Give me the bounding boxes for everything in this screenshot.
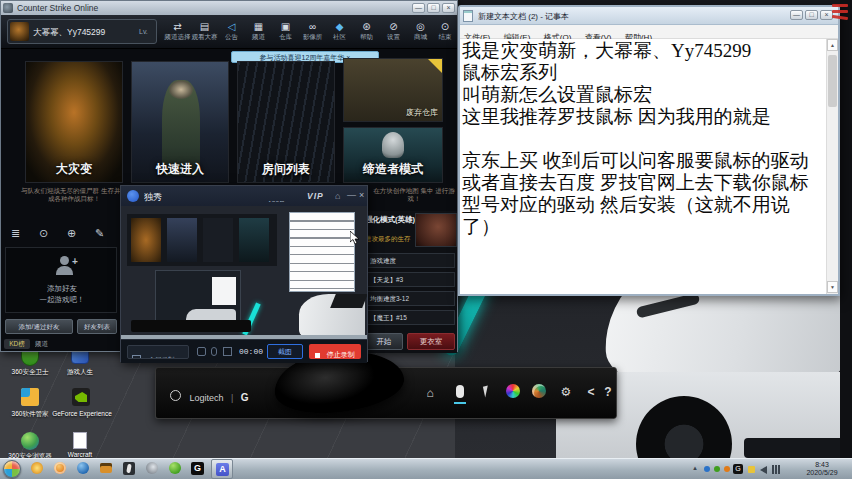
scroll-thumb[interactable] [828, 55, 837, 107]
tray-expand-arrow[interactable]: ▴ [690, 464, 700, 472]
tray-icon-orange[interactable] [724, 466, 730, 472]
scroll-down-arrow[interactable]: ▼ [827, 281, 838, 293]
taskbar-icon-recorder[interactable] [51, 461, 69, 477]
logitech-brand: Logitech | G [170, 387, 280, 401]
taskbar-icon-toolbox[interactable] [97, 461, 115, 477]
mode-row-balanced[interactable]: 均衡难度3-12 [365, 291, 455, 306]
network-icon[interactable] [772, 465, 782, 474]
nav-channel-select[interactable]: ⇄ 频道选择 [164, 21, 191, 41]
recorder-close-button[interactable]: × [359, 190, 364, 200]
vip-badge[interactable]: VIP [307, 191, 324, 201]
player-level: Lv. [139, 28, 148, 35]
home-icon[interactable]: ⌂ [422, 386, 438, 400]
webcam-toggle-icon[interactable] [197, 347, 206, 356]
notepad-scrollbar[interactable]: ▲ ▼ [826, 39, 838, 294]
notepad-titlebar[interactable]: 新建文本文档 (2) - 记事本 — □ × [460, 7, 838, 25]
speaker-toggle-icon[interactable] [223, 347, 232, 356]
mode-card-catastrophe[interactable]: 大灾变 [25, 61, 123, 183]
announcement-icon: ◁ [218, 21, 245, 33]
channel-footer-label[interactable]: 频道 [35, 340, 48, 349]
tray-icon-yellow[interactable] [748, 466, 755, 473]
nav-shop[interactable]: ◎ 商城 [407, 21, 434, 41]
taskbar-icon-counter-strike[interactable] [120, 461, 138, 477]
desktop-icon-360-soft[interactable]: 360软件管家 [6, 388, 54, 430]
friend-list-button[interactable]: 好友列表 [77, 319, 117, 334]
recorder-home-icon[interactable]: ⌂ [335, 191, 340, 201]
recording-preview [121, 206, 367, 339]
quality-dropdown[interactable]: 480P ∨ [267, 192, 301, 202]
screenshot-button[interactable]: 截图 [267, 344, 303, 359]
mode-card-label: 快速进入 [132, 161, 228, 178]
start-game-button[interactable]: 开始 [365, 333, 403, 350]
notepad-maximize-button[interactable]: □ [805, 10, 818, 20]
nav-exit[interactable]: ⊙ 结束 [434, 21, 456, 41]
friend-group-icon[interactable]: ⊕ [67, 227, 76, 240]
nav-community[interactable]: ◆ 社区 [326, 21, 353, 41]
mode-card-quick-join[interactable]: 快速进入 [131, 61, 229, 183]
nav-channel[interactable]: ▦ 频道 [245, 21, 272, 41]
friend-list-icon[interactable]: ≣ [11, 227, 20, 240]
recorder-titlebar[interactable]: 独秀 480P ∨ VIP ⌂ — × [121, 186, 367, 206]
volume-icon[interactable] [760, 466, 767, 474]
profile-art-icon[interactable] [532, 384, 546, 398]
nav-help[interactable]: ⊛ 帮助 [353, 21, 380, 41]
desktop-icon-geforce[interactable]: GeForce Experience [56, 388, 108, 430]
taskbar-icon-active-app[interactable]: A [211, 459, 233, 479]
nav-replay[interactable]: ∞ 影像所 [299, 21, 326, 41]
add-friend-button[interactable]: 添加/通过好友 [5, 319, 73, 334]
capture-source-dropdown[interactable]: 全屏录制 ∨ [127, 345, 189, 359]
desktop-icon-360-browser[interactable]: 360安全浏览器 [6, 432, 54, 458]
mode-card-creator[interactable]: 缔造者模式 [343, 127, 443, 183]
tray-icon-logitech[interactable]: G [733, 464, 743, 474]
rgb-lighting-icon[interactable] [506, 384, 520, 398]
mode-row-tianlong[interactable]: 【天龙】#3 [365, 272, 455, 287]
taskbar-icon-green-app[interactable] [166, 461, 184, 477]
nav-announcement[interactable]: ◁ 公告 [218, 21, 245, 41]
friend-person-icon[interactable]: ⊙ [39, 227, 48, 240]
cso-minimize-button[interactable]: — [412, 3, 425, 13]
cso-titlebar[interactable]: Counter Strike Online — □ × [1, 1, 457, 15]
taskbar-icon-logitech[interactable]: G [189, 461, 207, 477]
mode-card-warehouse[interactable]: 废弃仓库 [343, 58, 443, 122]
share-icon[interactable]: < [584, 385, 598, 399]
taskbar-icon-browser[interactable] [74, 461, 92, 477]
help-icon[interactable]: ? [602, 385, 614, 399]
mic-toggle-icon[interactable] [211, 347, 217, 356]
cso-maximize-button[interactable]: □ [427, 3, 440, 13]
cso-close-button[interactable]: × [442, 3, 455, 13]
chevron-down-icon: ∨ [179, 357, 183, 359]
nav-watch-match[interactable]: ▤ 观看大赛 [191, 21, 218, 41]
nav-storage[interactable]: ▣ 仓库 [272, 21, 299, 41]
notepad-minimize-button[interactable]: — [790, 10, 803, 20]
watermark-bar [832, 10, 848, 13]
notepad-text-area[interactable]: 我是灾变萌新，大幂幂、Yy745299 鼠标宏系列 叫萌新怎么设置鼠标宏 这里我… [460, 39, 826, 294]
start-button[interactable] [3, 460, 21, 478]
add-person-plus: + [72, 256, 78, 267]
active-underline [454, 402, 466, 404]
friend-edit-icon[interactable]: ✎ [95, 227, 104, 240]
text-line: 或者直接去百度 罗技官网上去下载你鼠标型号对应的驱动 然后安装（这就不用说了） [462, 172, 824, 238]
stop-recording-button[interactable]: 停止录制 [309, 344, 361, 359]
mode-card-room-list[interactable]: 房间列表 [237, 61, 335, 183]
lgs-control-bar: Logitech | G ⌂ ⚙ < ? [155, 367, 617, 419]
pointer-settings-icon[interactable] [452, 383, 468, 405]
taskbar-icon-game[interactable] [28, 461, 46, 477]
locker-room-button[interactable]: 更衣室 [407, 333, 455, 350]
preview-lgs-bar [131, 320, 251, 332]
mode-row-demon-king[interactable]: 【魔王】#15 [365, 310, 455, 325]
add-person-head [60, 256, 69, 265]
nav-settings[interactable]: ⊘ 设置 [380, 21, 407, 41]
mode-row-difficulty[interactable]: 游戏难度 [365, 253, 455, 268]
cursor-settings-icon[interactable] [480, 384, 496, 400]
taskbar-clock[interactable]: 8:43 2020/5/29 [796, 461, 848, 478]
scroll-up-arrow[interactable]: ▲ [827, 39, 838, 51]
player-badge[interactable]: 大幂幂、Yy745299 Lv. [7, 19, 157, 44]
text-line: 我是灾变萌新，大幂幂、Yy745299 [462, 40, 824, 62]
recorder-minimize-button[interactable]: — [347, 190, 356, 200]
desktop-icon-warcraft[interactable]: Warcraft [56, 432, 104, 458]
taskbar-icon-ie[interactable] [143, 461, 161, 477]
tray-icon-green[interactable] [714, 466, 720, 472]
tray-icon-blue[interactable] [704, 466, 710, 472]
settings-gear-icon[interactable]: ⚙ [558, 385, 574, 399]
kd-rank-badge[interactable]: KD榜 [4, 339, 30, 349]
